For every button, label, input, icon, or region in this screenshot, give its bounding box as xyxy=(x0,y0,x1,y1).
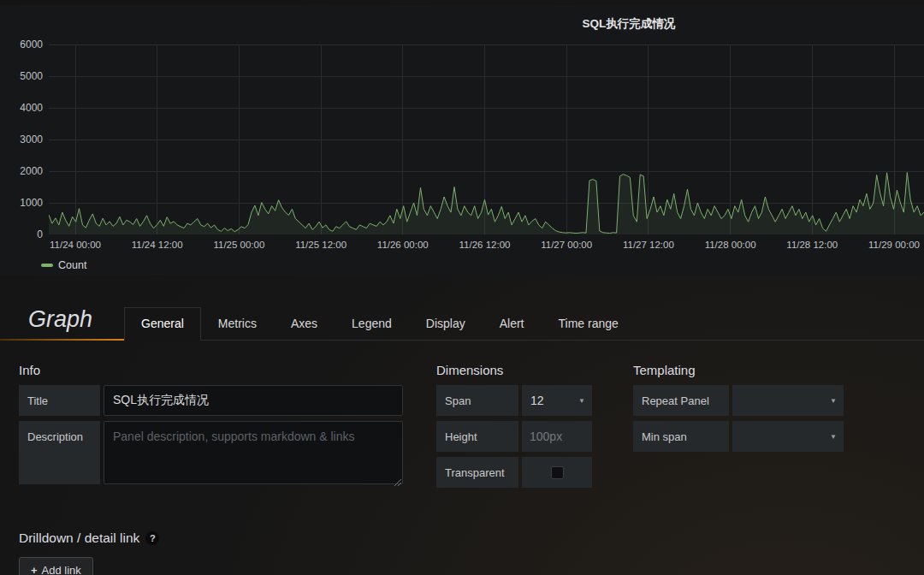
legend-series-label[interactable]: Count xyxy=(58,259,86,271)
drilldown-section: Drilldown / detail link ? xyxy=(19,531,924,546)
panel-type-title: Graph xyxy=(28,306,92,333)
add-link-button[interactable]: + Add link xyxy=(19,557,93,575)
y-tick-label: 6000 xyxy=(2,39,43,50)
transparent-label: Transparent xyxy=(436,457,518,488)
transparent-field xyxy=(522,457,592,488)
x-tick-label: 11/24 00:00 xyxy=(50,240,101,250)
plus-icon: + xyxy=(31,564,38,575)
repeat-panel-label: Repeat Panel xyxy=(633,385,729,416)
transparent-checkbox[interactable] xyxy=(551,466,564,479)
tab-legend[interactable]: Legend xyxy=(335,307,409,341)
min-span-row: Min span ▼ xyxy=(633,421,844,452)
legend: Count xyxy=(41,259,86,271)
help-icon[interactable]: ? xyxy=(145,531,159,545)
tab-alert[interactable]: Alert xyxy=(483,307,542,341)
repeat-panel-select[interactable]: ▼ xyxy=(732,385,844,416)
x-tick-label: 11/24 12:00 xyxy=(132,240,183,250)
x-tick-label: 11/27 12:00 xyxy=(623,240,674,250)
timeseries-chart[interactable] xyxy=(49,44,924,234)
panel-title[interactable]: SQL执行完成情况 xyxy=(583,16,676,32)
dimensions-heading: Dimensions xyxy=(436,363,592,377)
min-span-label: Min span xyxy=(633,421,729,452)
x-tick-label: 11/27 00:00 xyxy=(541,240,592,250)
repeat-panel-row: Repeat Panel ▼ xyxy=(633,385,844,416)
height-label: Height xyxy=(436,421,518,452)
y-tick-label: 5000 xyxy=(2,70,43,82)
templating-section: Templating Repeat Panel ▼ Min span ▼ xyxy=(633,363,844,493)
span-row: Span 12 ▼ xyxy=(436,385,592,416)
chevron-down-icon: ▼ xyxy=(830,397,837,405)
chevron-down-icon: ▼ xyxy=(578,397,585,405)
y-tick-label: 1000 xyxy=(2,197,43,209)
legend-series-icon[interactable] xyxy=(41,264,53,267)
height-row: Height xyxy=(436,421,592,452)
transparent-row: Transparent xyxy=(436,457,592,488)
tab-display[interactable]: Display xyxy=(409,307,483,341)
y-tick-label: 0 xyxy=(2,228,43,240)
x-tick-label: 11/26 00:00 xyxy=(377,240,429,250)
panel-editor: Graph GeneralMetricsAxesLegendDisplayAle… xyxy=(0,296,924,575)
info-heading: Info xyxy=(19,363,403,377)
dimensions-section: Dimensions Span 12 ▼ Height Transparent xyxy=(436,363,592,493)
span-select[interactable]: 12 ▼ xyxy=(522,385,592,416)
tab-time-range[interactable]: Time range xyxy=(541,307,635,341)
x-tick-label: 11/28 00:00 xyxy=(705,240,756,250)
span-label: Span xyxy=(436,385,518,416)
title-input[interactable] xyxy=(104,385,403,416)
x-tick-label: 11/25 00:00 xyxy=(213,240,264,250)
x-tick-label: 11/28 12:00 xyxy=(786,240,838,250)
height-input[interactable] xyxy=(522,421,592,452)
drilldown-heading: Drilldown / detail link xyxy=(19,531,139,546)
description-label: Description xyxy=(19,421,100,484)
y-tick-label: 4000 xyxy=(2,102,43,114)
x-tick-label: 11/25 12:00 xyxy=(295,240,346,250)
editor-body: Info Title Description Dimensions Span xyxy=(0,341,924,575)
tab-axes[interactable]: Axes xyxy=(274,307,335,341)
chevron-down-icon: ▼ xyxy=(830,433,837,441)
add-link-label: Add link xyxy=(42,564,81,575)
editor-header: Graph GeneralMetricsAxesLegendDisplayAle… xyxy=(0,296,924,341)
tab-general[interactable]: General xyxy=(124,307,201,341)
title-label: Title xyxy=(19,385,100,416)
templating-heading: Templating xyxy=(633,363,844,377)
y-tick-label: 2000 xyxy=(2,165,43,177)
y-tick-label: 3000 xyxy=(2,133,43,145)
description-textarea[interactable] xyxy=(104,421,403,484)
info-section: Info Title Description xyxy=(19,363,403,493)
min-span-select[interactable]: ▼ xyxy=(732,421,844,452)
tab-metrics[interactable]: Metrics xyxy=(201,307,274,341)
title-row: Title xyxy=(19,385,403,416)
graph-panel: SQL执行完成情况 11/24 00:0011/24 12:0011/25 00… xyxy=(0,5,924,276)
editor-tabs: GeneralMetricsAxesLegendDisplayAlertTime… xyxy=(124,307,636,341)
x-tick-label: 11/29 00:00 xyxy=(868,240,920,250)
span-select-value: 12 xyxy=(522,394,544,407)
description-row: Description xyxy=(19,421,403,488)
x-tick-label: 11/26 12:00 xyxy=(459,240,511,250)
